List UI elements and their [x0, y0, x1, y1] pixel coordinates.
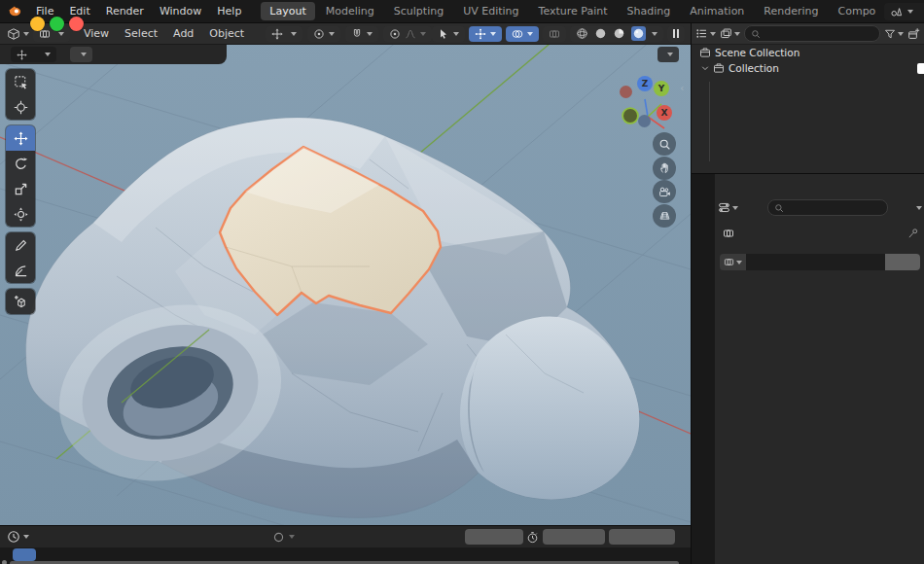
move-icon	[14, 131, 28, 146]
properties-options-caret[interactable]	[916, 206, 922, 210]
macos-close-button[interactable]	[69, 17, 84, 31]
snapping-controls[interactable]	[345, 26, 378, 42]
macos-zoom-button[interactable]	[50, 17, 64, 31]
select-visibility-dropdown[interactable]	[432, 26, 465, 42]
stopwatch-icon[interactable]	[526, 531, 539, 544]
timeline-editor-type-button[interactable]	[7, 530, 29, 544]
annotate-icon	[14, 238, 28, 253]
pivot-point-dropdown[interactable]	[307, 26, 340, 42]
macos-minimize-button[interactable]	[30, 17, 45, 31]
timeline-scroll-dot	[2, 560, 7, 564]
gizmo-z-axis[interactable]: Z	[637, 76, 653, 91]
collection-checkbox[interactable]	[917, 63, 924, 74]
properties-editor-type-button[interactable]	[718, 201, 738, 214]
pan-hand-button[interactable]	[653, 157, 676, 180]
object-id-icon-button[interactable]	[720, 254, 746, 270]
viewport-menu-object[interactable]: Object	[201, 27, 252, 40]
outliner-item-label[interactable]: Scene Collection	[715, 47, 800, 58]
gizmo-y-axis[interactable]: Y	[654, 81, 669, 96]
workspace-tab-shading[interactable]: Shading	[619, 2, 680, 20]
outliner-filter-button[interactable]	[884, 28, 904, 40]
users-count-badge[interactable]	[885, 254, 920, 270]
workspace-tab-rendering[interactable]: Rendering	[755, 2, 827, 20]
playhead-badge[interactable]	[13, 548, 36, 561]
start-frame-field[interactable]	[543, 529, 605, 545]
auto-key-icon	[272, 531, 285, 544]
outliner-display-mode-button[interactable]	[720, 27, 740, 40]
orientation-setting-dropdown[interactable]	[11, 47, 56, 62]
gizmo-negative-y[interactable]	[623, 109, 637, 123]
properties-search-input[interactable]	[767, 199, 888, 216]
annotate-tool[interactable]	[6, 232, 35, 258]
topbar-menu-render[interactable]: Render	[98, 5, 152, 18]
properties-breadcrumb	[723, 228, 919, 239]
drag-setting-dropdown[interactable]	[70, 47, 92, 62]
workspace-tab-animation[interactable]: Animation	[681, 2, 753, 20]
solid-shading-icon[interactable]	[594, 27, 607, 40]
3d-viewport[interactable]: ViewSelectAddObject	[0, 23, 691, 525]
xray-toggle[interactable]	[543, 26, 566, 42]
filter-icon	[884, 28, 896, 40]
scene-dropdown-caret[interactable]	[907, 10, 913, 14]
gizmo-x-axis[interactable]: X	[657, 105, 672, 121]
proportional-editing-controls[interactable]	[383, 26, 432, 42]
wireframe-shading-icon[interactable]	[576, 27, 588, 40]
object-name-field[interactable]	[720, 254, 920, 270]
viewport-menu-select[interactable]: Select	[117, 27, 165, 40]
blender-logo-icon[interactable]	[8, 4, 22, 18]
cursor-tool[interactable]	[6, 94, 35, 120]
add-cube-tool[interactable]	[6, 289, 35, 314]
outliner-row-collection[interactable]: Collection	[692, 60, 924, 76]
proportional-editing-icon	[389, 28, 401, 40]
options-dropdown[interactable]	[657, 47, 679, 62]
new-collection-icon[interactable]	[907, 27, 920, 40]
workspace-tab-modeling[interactable]: Modeling	[317, 2, 383, 20]
topbar-menu-window[interactable]: Window	[152, 5, 209, 18]
workspace-tab-compo[interactable]: Compo	[830, 2, 885, 20]
workspace-tab-texture-paint[interactable]: Texture Paint	[530, 2, 617, 20]
outliner-editor-icon	[695, 27, 708, 40]
transform-tool[interactable]	[6, 201, 35, 227]
properties-tab-strip	[692, 174, 715, 564]
editor-type-button[interactable]	[7, 27, 29, 41]
ortho-grid-button[interactable]	[653, 204, 676, 228]
end-frame-field[interactable]	[609, 529, 675, 545]
viewport-menu-view[interactable]: View	[76, 27, 117, 40]
camera-view-icon	[658, 186, 671, 198]
workspace-tab-layout[interactable]: Layout	[261, 2, 314, 20]
zoom-button[interactable]	[653, 132, 676, 156]
outliner-search-input[interactable]	[744, 25, 880, 42]
gizmo-negative-x[interactable]	[620, 86, 632, 98]
gizmo-negative-z[interactable]	[638, 115, 651, 127]
workspace-tab-uv-editing[interactable]: UV Editing	[454, 2, 527, 20]
transform-orientation-dropdown[interactable]	[266, 26, 302, 42]
outliner-editor-type-button[interactable]	[695, 27, 716, 40]
3d-viewport-canvas[interactable]	[0, 23, 691, 525]
outliner-item-label[interactable]: Collection	[729, 62, 779, 74]
sidebar-collapse-arrow[interactable]: ‹	[680, 82, 684, 94]
material-shading-icon[interactable]	[613, 27, 625, 40]
expander-down-icon[interactable]	[700, 63, 710, 73]
outliner-row-scene-collection[interactable]: Scene Collection	[692, 45, 924, 60]
scale-tool[interactable]	[6, 176, 35, 201]
pause-render-button[interactable]	[667, 26, 685, 42]
current-frame-field[interactable]	[465, 529, 523, 545]
pin-icon[interactable]	[907, 228, 919, 239]
rotate-tool[interactable]	[6, 151, 35, 176]
search-icon	[751, 29, 761, 39]
show-gizmo-toggle[interactable]	[469, 26, 502, 42]
viewport-menu-add[interactable]: Add	[165, 27, 201, 40]
topbar-menu-edit[interactable]: Edit	[61, 5, 97, 18]
rendered-shading-active[interactable]	[631, 26, 646, 41]
select-box-tool[interactable]	[6, 69, 35, 94]
workspace-tab-sculpting[interactable]: Sculpting	[385, 2, 452, 20]
scene-icon	[890, 5, 903, 18]
measure-tool[interactable]	[6, 258, 35, 283]
move-tool[interactable]	[6, 125, 35, 151]
camera-view-button[interactable]	[653, 180, 676, 203]
topbar-menu-help[interactable]: Help	[209, 5, 249, 18]
show-overlays-toggle[interactable]	[506, 26, 539, 42]
object-name-input[interactable]	[746, 254, 885, 270]
scene-selector[interactable]	[884, 3, 924, 20]
auto-keying-controls[interactable]	[272, 531, 295, 544]
